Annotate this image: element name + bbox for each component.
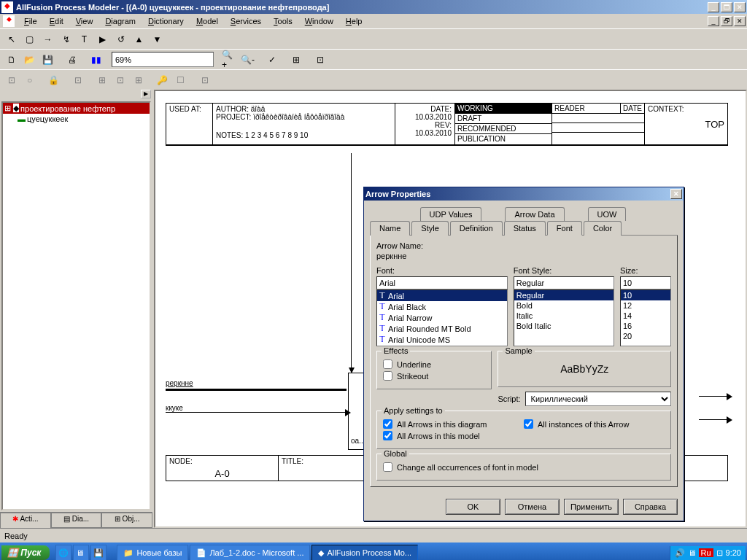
- tb3-btn6[interactable]: ⊡: [112, 72, 128, 88]
- text-tool[interactable]: T: [76, 31, 93, 47]
- menu-services[interactable]: Services: [225, 15, 267, 27]
- tab-activities[interactable]: ✱ Acti...: [0, 513, 51, 528]
- spellcheck-button[interactable]: ✓: [263, 52, 280, 68]
- menu-edit[interactable]: Edit: [44, 15, 69, 27]
- dialog-titlebar[interactable]: Arrow Properties ✕: [364, 187, 684, 201]
- minimize-button[interactable]: _: [708, 2, 719, 12]
- maximize-button[interactable]: 🗖: [721, 2, 732, 12]
- quick-ie[interactable]: 🌐: [55, 545, 71, 560]
- tb3-btn9[interactable]: ☐: [172, 72, 189, 88]
- help-button[interactable]: Справка: [623, 499, 678, 515]
- tab-name[interactable]: Name: [370, 221, 410, 236]
- system-tray[interactable]: 🔊 🖥 Ru ⊡ 9:20: [670, 546, 746, 560]
- menu-model[interactable]: Model: [190, 15, 224, 27]
- tab-objects[interactable]: ⊞ Obj...: [101, 513, 152, 528]
- font-item-arial[interactable]: 𝕋Arial: [377, 290, 507, 301]
- zoom-in-button[interactable]: 🔍+: [221, 52, 238, 68]
- tab-style[interactable]: Style: [411, 221, 448, 236]
- size-item[interactable]: 12: [621, 300, 670, 311]
- font-item[interactable]: 𝕋Arial Unicode MS: [377, 334, 507, 345]
- style-listbox[interactable]: Regular Bold Italic Bold Italic: [514, 289, 614, 346]
- tb3-btn7[interactable]: ⊞: [130, 72, 147, 88]
- style-item[interactable]: Bold Italic: [514, 321, 614, 331]
- tab-uow[interactable]: UOW: [588, 207, 627, 221]
- tab-definition[interactable]: Definition: [450, 221, 503, 236]
- tb3-btn4[interactable]: ⊡: [69, 72, 86, 88]
- tb3-btn8[interactable]: 🔑: [154, 72, 171, 88]
- tray-icon1[interactable]: 🔊: [675, 548, 685, 558]
- open-button[interactable]: 📂: [21, 52, 38, 68]
- tunnel-tool[interactable]: ↯: [58, 31, 74, 47]
- pointer-tool[interactable]: ↖: [3, 31, 20, 47]
- task-folder[interactable]: 📁 Новые базы: [117, 545, 188, 560]
- lang-indicator[interactable]: Ru: [699, 548, 713, 557]
- tab-color[interactable]: Color: [584, 221, 622, 236]
- strikeout-checkbox[interactable]: Strikeout: [383, 371, 485, 381]
- quick-desktop[interactable]: 🖥: [73, 545, 89, 560]
- arrow-label-2[interactable]: ккуке: [166, 404, 347, 412]
- down-tool[interactable]: ▼: [149, 31, 166, 47]
- menu-help[interactable]: Help: [340, 15, 368, 27]
- refresh-tool[interactable]: ↺: [112, 31, 129, 47]
- mdi-restore[interactable]: 🗗: [721, 16, 732, 26]
- save-button[interactable]: 💾: [39, 52, 56, 68]
- tb3-btn1[interactable]: ⊡: [3, 72, 20, 88]
- mdi-minimize[interactable]: _: [708, 16, 719, 26]
- tb3-btn5[interactable]: ⊞: [93, 72, 110, 88]
- tray-icon2[interactable]: 🖥: [688, 548, 696, 557]
- zoom-out-button[interactable]: 🔍-: [239, 52, 256, 68]
- sidebar-arrow-icon[interactable]: ▶: [141, 90, 151, 98]
- task-word[interactable]: 📄 Лаб_1-2.doc - Microsoft ...: [190, 545, 310, 560]
- size-listbox[interactable]: 10 12 14 16 20: [620, 289, 671, 346]
- style-input[interactable]: [514, 276, 614, 289]
- script-select[interactable]: Кириллический: [525, 392, 671, 406]
- palette-button[interactable]: ▮▮: [88, 52, 104, 68]
- font-item[interactable]: 𝕋Arial Black: [377, 301, 507, 312]
- tab-diagrams[interactable]: ▤ Dia...: [51, 513, 102, 528]
- ok-button[interactable]: OK: [446, 499, 500, 515]
- arrow-label-1[interactable]: реркнне: [166, 379, 347, 387]
- task-allfusion[interactable]: ◆ AllFusion Process Mo...: [311, 545, 418, 560]
- arrow-tool[interactable]: →: [39, 31, 56, 47]
- zoom-combo[interactable]: [112, 52, 214, 67]
- apply-button[interactable]: Применить: [564, 499, 619, 515]
- menu-diagram[interactable]: Diagram: [99, 15, 142, 27]
- menu-view[interactable]: View: [70, 15, 99, 27]
- menu-dictionary[interactable]: Dictionary: [142, 15, 190, 27]
- rect-tool[interactable]: ▢: [21, 31, 38, 47]
- menu-tools[interactable]: Tools: [268, 15, 298, 27]
- tree-root[interactable]: ⊞ ◆ проектирование нефтепр: [3, 103, 150, 114]
- size-input[interactable]: [620, 276, 671, 289]
- dialog-close-button[interactable]: ✕: [670, 189, 682, 199]
- grid-button[interactable]: ⊡: [311, 52, 328, 68]
- menu-window[interactable]: Window: [299, 15, 339, 27]
- tb3-btn3[interactable]: 🔒: [45, 72, 62, 88]
- menu-file[interactable]: File: [18, 15, 43, 27]
- print-button[interactable]: 🖨: [63, 52, 80, 68]
- tab-udp[interactable]: UDP Values: [420, 207, 482, 221]
- hierarchy-button[interactable]: ⊞: [287, 52, 304, 68]
- tb3-btn2[interactable]: ○: [21, 72, 38, 88]
- underline-checkbox[interactable]: Underline: [383, 359, 485, 369]
- tab-arrowdata[interactable]: Arrow Data: [505, 207, 564, 221]
- cancel-button[interactable]: Отмена: [505, 499, 560, 515]
- all-diagram-checkbox[interactable]: All Arrows in this diagram: [383, 419, 524, 429]
- up-tool[interactable]: ▲: [131, 31, 147, 47]
- font-item[interactable]: 𝕋Arial Rounded MT Bold: [377, 323, 507, 334]
- tab-status[interactable]: Status: [504, 221, 546, 236]
- style-item[interactable]: Italic: [514, 311, 614, 321]
- model-tree[interactable]: ⊞ ◆ проектирование нефтепр ▬ цуецуккеек: [1, 101, 151, 510]
- tb3-btn10[interactable]: ⊡: [196, 72, 213, 88]
- quick-save[interactable]: 💾: [90, 545, 107, 560]
- all-instances-checkbox[interactable]: All instances of this Arrow: [524, 419, 665, 429]
- font-input[interactable]: [376, 276, 508, 289]
- font-item[interactable]: 𝕋Arial Narrow: [377, 312, 507, 323]
- close-button[interactable]: ✕: [734, 2, 746, 12]
- font-listbox[interactable]: 𝕋Arial 𝕋Arial Black 𝕋Arial Narrow 𝕋Arial…: [376, 289, 508, 346]
- new-button[interactable]: 🗋: [3, 52, 20, 68]
- all-model-checkbox[interactable]: All Arrows in this model: [383, 431, 524, 440]
- size-item[interactable]: 10: [621, 290, 670, 300]
- tray-icon3[interactable]: ⊡: [716, 548, 723, 558]
- mdi-close[interactable]: ✕: [734, 16, 746, 26]
- size-item[interactable]: 16: [621, 321, 670, 331]
